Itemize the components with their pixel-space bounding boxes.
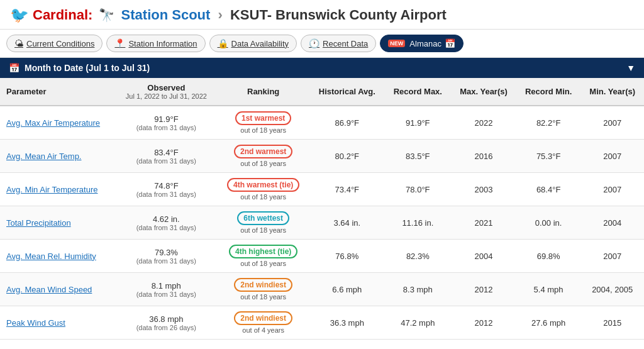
cell-observed: 4.62 in. (data from 31 days) xyxy=(115,206,217,240)
table-row: Peak Wind Gust 36.8 mph (data from 26 da… xyxy=(0,306,644,340)
observed-sub: (data from 31 days) xyxy=(121,191,211,198)
observed-value: 74.8°F xyxy=(121,181,211,191)
observed-value: 83.4°F xyxy=(121,148,211,157)
lock-icon: 🔒 xyxy=(218,38,228,48)
cell-min-year: 2007 xyxy=(580,140,644,173)
tab-almanac-label: Almanac xyxy=(409,39,441,48)
tab-recent-data-label: Recent Data xyxy=(323,39,368,48)
cell-record-max: 82.3% xyxy=(385,240,452,273)
ranking-badge: 6th wettest xyxy=(237,211,289,225)
observed-value: 36.8 mph xyxy=(121,314,211,324)
tab-almanac[interactable]: NEW Almanac 📅 xyxy=(380,35,464,52)
col-header-parameter: Parameter xyxy=(0,78,115,106)
cell-record-max: 83.5°F xyxy=(385,140,452,173)
cell-hist-avg: 3.64 in. xyxy=(309,206,384,240)
cell-record-min: 68.4°F xyxy=(516,173,580,206)
cell-parameter: Total Precipitation xyxy=(0,206,115,240)
ranking-badge: 4th warmest (tie) xyxy=(227,178,299,192)
main-content: 📅 Month to Date (Jul 1 to Jul 31) ▼ Para… xyxy=(0,58,644,340)
section-header-left: 📅 Month to Date (Jul 1 to Jul 31) xyxy=(9,63,150,73)
cell-min-year: 2004, 2005 xyxy=(580,273,644,306)
cell-observed: 91.9°F (data from 31 days) xyxy=(115,106,217,140)
observed-value: 8.1 mph xyxy=(121,281,211,291)
cell-ranking: 4th highest (tie) out of 18 years xyxy=(217,240,309,273)
tab-station-information[interactable]: 📍 Station Information xyxy=(106,35,205,52)
station-scout-link[interactable]: Station Scout xyxy=(121,7,211,23)
col-header-observed: Observed Jul 1, 2022 to Jul 31, 2022 xyxy=(115,78,217,106)
cell-hist-avg: 6.6 mph xyxy=(309,273,384,306)
col-label-record-min: Record Min. xyxy=(525,87,572,96)
parameter-link[interactable]: Avg. Mean Rel. Humidity xyxy=(6,252,96,261)
ranking-badge: 1st warmest xyxy=(235,111,291,125)
ranking-sub: out of 18 years xyxy=(223,226,303,234)
cell-parameter: Avg. Max Air Temperature xyxy=(0,106,115,140)
cell-hist-avg: 86.9°F xyxy=(309,106,384,140)
cell-max-year: 2004 xyxy=(451,240,516,273)
cell-hist-avg: 76.8% xyxy=(309,240,384,273)
cell-hist-avg: 80.2°F xyxy=(309,140,384,173)
cloud-icon: 🌤 xyxy=(14,38,23,48)
collapse-icon[interactable]: ▼ xyxy=(626,63,635,73)
observed-sub: (data from 31 days) xyxy=(121,124,211,131)
col-header-record-max: Record Max. xyxy=(385,78,452,106)
cell-observed: 74.8°F (data from 31 days) xyxy=(115,173,217,206)
tab-data-availability[interactable]: 🔒 Data Availability xyxy=(209,35,297,52)
parameter-link[interactable]: Avg. Max Air Temperature xyxy=(6,118,100,128)
table-header-row: Parameter Observed Jul 1, 2022 to Jul 31… xyxy=(0,78,644,106)
tab-current-conditions[interactable]: 🌤 Current Conditions xyxy=(6,35,103,52)
cell-hist-avg: 73.4°F xyxy=(309,173,384,206)
tab-station-information-label: Station Information xyxy=(128,39,197,48)
clock-icon: 🕐 xyxy=(309,38,319,48)
col-label-ranking: Ranking xyxy=(247,87,279,96)
cell-hist-avg: 36.3 mph xyxy=(309,306,384,340)
parameter-link[interactable]: Avg. Mean Wind Speed xyxy=(6,285,92,294)
ranking-badge: 4th highest (tie) xyxy=(229,245,297,258)
parameter-link[interactable]: Peak Wind Gust xyxy=(6,318,65,328)
cell-max-year: 2021 xyxy=(451,206,516,240)
new-badge: NEW xyxy=(388,40,405,47)
table-wrapper: Parameter Observed Jul 1, 2022 to Jul 31… xyxy=(0,78,644,340)
cell-record-max: 11.16 in. xyxy=(385,206,452,240)
observed-sub: (data from 31 days) xyxy=(121,224,211,231)
col-label-min-year: Min. Year(s) xyxy=(589,87,635,96)
cell-min-year: 2004 xyxy=(580,206,644,240)
col-label-max-year: Max. Year(s) xyxy=(460,87,508,96)
cell-ranking: 4th warmest (tie) out of 18 years xyxy=(217,173,309,206)
cell-record-min: 75.3°F xyxy=(516,140,580,173)
parameter-link[interactable]: Avg. Min Air Temperature xyxy=(6,185,97,194)
observed-sub: (data from 31 days) xyxy=(121,157,211,165)
observed-sub: (data from 31 days) xyxy=(121,291,211,298)
table-row: Avg. Mean Rel. Humidity 79.3% (data from… xyxy=(0,240,644,273)
col-label-hist-avg: Historical Avg. xyxy=(319,87,375,96)
cell-record-min: 0.00 in. xyxy=(516,206,580,240)
tab-recent-data[interactable]: 🕐 Recent Data xyxy=(301,35,376,52)
page-header: 🐦 Cardinal: 🔭 Station Scout › KSUT- Brun… xyxy=(0,0,644,30)
almanac-table: Parameter Observed Jul 1, 2022 to Jul 31… xyxy=(0,78,644,340)
cell-observed: 83.4°F (data from 31 days) xyxy=(115,140,217,173)
cell-parameter: Avg. Mean Wind Speed xyxy=(0,273,115,306)
table-row: Total Precipitation 4.62 in. (data from … xyxy=(0,206,644,240)
ranking-sub: out of 18 years xyxy=(223,293,303,301)
cell-max-year: 2003 xyxy=(451,173,516,206)
col-label-observed-sub: Jul 1, 2022 to Jul 31, 2022 xyxy=(121,92,211,100)
ranking-sub: out of 18 years xyxy=(223,260,303,267)
station-name: KSUT- Brunswick County Airport xyxy=(230,7,447,23)
pin-icon: 📍 xyxy=(114,38,125,48)
cell-record-max: 47.2 mph xyxy=(385,306,452,340)
cell-parameter: Avg. Mean Air Temp. xyxy=(0,140,115,173)
ranking-badge: 2nd windiest xyxy=(234,278,292,292)
parameter-link[interactable]: Total Precipitation xyxy=(6,218,71,228)
cell-min-year: 2007 xyxy=(580,106,644,140)
cell-max-year: 2016 xyxy=(451,140,516,173)
ranking-sub: out of 4 years xyxy=(223,326,303,334)
tab-current-conditions-label: Current Conditions xyxy=(26,39,94,48)
table-row: Avg. Max Air Temperature 91.9°F (data fr… xyxy=(0,106,644,140)
cell-ranking: 6th wettest out of 18 years xyxy=(217,206,309,240)
cell-max-year: 2012 xyxy=(451,273,516,306)
observed-sub: (data from 26 days) xyxy=(121,324,211,331)
parameter-link[interactable]: Avg. Mean Air Temp. xyxy=(6,152,81,161)
cell-max-year: 2012 xyxy=(451,306,516,340)
cell-min-year: 2007 xyxy=(580,173,644,206)
cardinal-logo: 🐦 xyxy=(10,6,29,24)
cell-observed: 36.8 mph (data from 26 days) xyxy=(115,306,217,340)
